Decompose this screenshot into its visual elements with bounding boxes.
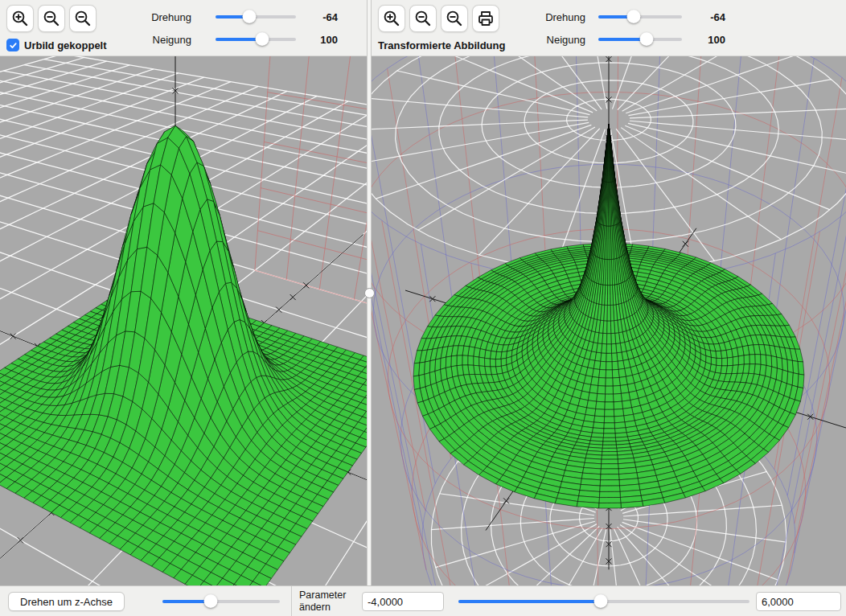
param-max-input[interactable]	[756, 592, 841, 611]
magnifier-plus-icon	[382, 9, 401, 28]
transformed-panel: Transformierte Abbildung Drehung -64 Nei…	[372, 0, 846, 585]
zoom-in-button[interactable]	[378, 5, 405, 32]
slider-thumb[interactable]	[256, 32, 269, 46]
transformed-title: Transformierte Abbildung	[378, 39, 505, 52]
zoom-out-button[interactable]	[38, 5, 65, 32]
drehung-slider[interactable]	[598, 10, 682, 24]
panel-splitter[interactable]	[367, 0, 372, 585]
parameter-aendern-label: Parameter ändern	[299, 589, 352, 614]
drehung-label: Drehung	[507, 11, 585, 24]
print-button[interactable]	[472, 5, 499, 32]
bottom-bar-separator	[291, 586, 292, 616]
preimage-3d-view[interactable]	[0, 56, 367, 585]
transformed-toolbar: Transformierte Abbildung Drehung -64 Nei…	[372, 0, 846, 56]
slider-fill	[458, 600, 601, 603]
function-plotter-app: Urbild gekoppelt Drehung -64 Neigung 100	[0, 0, 846, 616]
neigung-value: 100	[302, 34, 338, 47]
magnifier-minus-icon	[42, 9, 61, 28]
preimage-toolbar: Urbild gekoppelt Drehung -64 Neigung 100	[0, 0, 367, 56]
rotate-slider[interactable]	[162, 594, 280, 609]
zoom-reset-button[interactable]	[441, 5, 468, 32]
rotate-z-axis-button[interactable]: Drehen um z-Achse	[8, 592, 125, 611]
drehung-label: Drehung	[113, 11, 191, 24]
bottom-bar: Drehen um z-Achse Parameter ändern	[0, 585, 846, 616]
check-icon	[9, 41, 18, 50]
printer-icon	[476, 9, 495, 28]
slider-thumb[interactable]	[203, 594, 217, 608]
drehung-slider[interactable]	[216, 10, 296, 24]
slider-thumb[interactable]	[594, 594, 608, 608]
neigung-value: 100	[690, 34, 725, 47]
magnifier-plus-icon	[10, 9, 30, 28]
zoom-reset-button[interactable]	[69, 5, 97, 32]
drehung-value: -64	[690, 11, 725, 24]
magnifier-minus-icon	[73, 9, 92, 28]
zoom-in-button[interactable]	[6, 5, 34, 32]
magnifier-minus-icon	[445, 9, 464, 28]
param-min-input[interactable]	[362, 592, 444, 611]
slider-thumb[interactable]	[243, 10, 257, 23]
param-slider[interactable]	[458, 594, 749, 609]
neigung-slider[interactable]	[598, 32, 682, 47]
urbild-gekoppelt-checkbox[interactable]	[6, 39, 19, 51]
preimage-panel: Urbild gekoppelt Drehung -64 Neigung 100	[0, 0, 367, 585]
neigung-slider[interactable]	[216, 32, 296, 47]
neigung-label: Neigung	[507, 34, 585, 47]
transformed-3d-view[interactable]	[372, 56, 846, 585]
splitter-handle-icon[interactable]	[364, 288, 375, 298]
magnifier-minus-icon	[413, 9, 433, 28]
slider-thumb[interactable]	[640, 32, 654, 46]
zoom-out-button[interactable]	[409, 5, 437, 32]
neigung-label: Neigung	[113, 34, 191, 47]
drehung-value: -64	[302, 11, 338, 24]
urbild-gekoppelt-label: Urbild gekoppelt	[24, 39, 107, 52]
slider-thumb[interactable]	[626, 10, 640, 23]
